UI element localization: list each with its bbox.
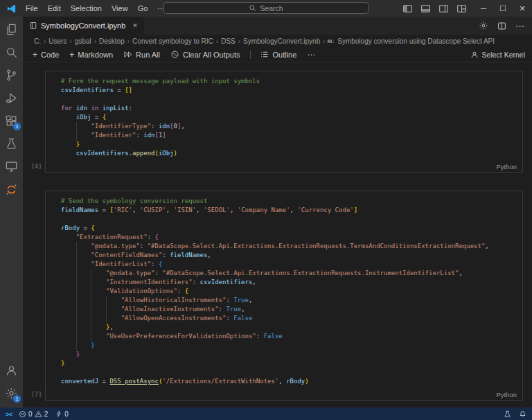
code-line[interactable]: "Identifier": idn[1] xyxy=(46,131,522,140)
remote-explorer-icon[interactable] xyxy=(0,155,23,178)
toggle-secondary-sidebar-icon[interactable] xyxy=(438,3,449,14)
code-line[interactable]: # Send the symbology conversion request xyxy=(46,197,522,206)
close-icon[interactable]: ✕ xyxy=(513,0,532,17)
code-line[interactable]: for idn in inpList: xyxy=(46,104,522,113)
code-line[interactable]: } xyxy=(46,341,522,350)
tab-symbologyconvert[interactable]: SymbologyConvert.ipynb ✕ xyxy=(23,17,144,35)
chevron-right-icon: › xyxy=(214,37,220,45)
bell-icon[interactable] xyxy=(519,410,526,418)
breadcrumb-section[interactable]: Symbology conversion using Datascope Sel… xyxy=(337,37,495,45)
code-line[interactable]: "UseUserPreferencesForValidationOptions"… xyxy=(46,332,522,341)
code-line[interactable] xyxy=(46,95,522,104)
code-line[interactable]: } xyxy=(46,350,522,359)
status-bar: >< 0 2 0 xyxy=(0,408,532,420)
notebook-layout-gear-icon[interactable] xyxy=(479,21,488,30)
problems-indicator[interactable]: 0 2 xyxy=(19,410,48,418)
code-line[interactable]: "ExtractionRequest": { xyxy=(46,233,522,242)
code-line[interactable]: "ContentFieldNames": fieldNames, xyxy=(46,251,522,260)
chevron-right-icon: › xyxy=(125,37,132,45)
menubar: FileEditSelectionViewGo xyxy=(21,0,152,17)
code-cell-editor[interactable]: # Form the request message payload with … xyxy=(45,71,523,173)
breadcrumb-item[interactable]: C: xyxy=(33,37,42,45)
code-line[interactable]: "AllowHistoricalInstruments": True, xyxy=(46,296,522,305)
source-control-icon[interactable] xyxy=(0,64,23,87)
remote-indicator[interactable]: >< xyxy=(6,410,12,418)
minimize-icon[interactable]: ─ xyxy=(474,0,493,17)
code-line[interactable]: "@odata.type": "#DataScope.Select.Api.Ex… xyxy=(46,269,522,278)
menu-item[interactable]: Go xyxy=(133,4,153,12)
breadcrumb-item[interactable]: SymbologyConvert.ipynb xyxy=(242,37,321,45)
outline-icon xyxy=(260,50,269,59)
tab-bar: SymbologyConvert.ipynb ✕ ⋯ xyxy=(23,17,532,35)
select-kernel-label: Select Kernel xyxy=(482,51,525,59)
code-line[interactable]: csvIdentifiers.append(iObj) xyxy=(46,149,522,158)
code-cell-editor[interactable]: # Send the symbology conversion requestf… xyxy=(45,191,523,401)
settings-gear-icon[interactable]: 1 xyxy=(0,382,23,405)
cell-language-picker[interactable]: Python xyxy=(496,391,517,399)
breadcrumb-item[interactable]: gsbal xyxy=(74,37,92,45)
breadcrumb-item[interactable]: Convert symbology to RIC xyxy=(132,37,214,45)
customize-layout-icon[interactable] xyxy=(456,3,467,14)
clear-outputs-icon xyxy=(170,50,179,59)
code-line[interactable]: "InstrumentIdentifiers": csvIdentifiers, xyxy=(46,278,522,287)
cell-language-picker[interactable]: Python xyxy=(496,163,517,170)
outline-button[interactable]: Outline xyxy=(260,50,296,59)
beaker-icon[interactable] xyxy=(504,410,511,418)
code-line[interactable]: }, xyxy=(46,323,522,332)
zap-icon xyxy=(55,410,62,417)
code-line[interactable] xyxy=(46,368,522,377)
tab-close-icon[interactable]: ✕ xyxy=(132,22,138,29)
chevron-right-icon: › xyxy=(92,37,98,45)
tab-label: SymbologyConvert.ipynb xyxy=(41,21,125,30)
menu-item[interactable]: File xyxy=(21,4,43,12)
jupyter-icon[interactable] xyxy=(0,178,23,201)
code-line[interactable]: # Form the request message payload with … xyxy=(46,77,522,86)
breadcrumb-item[interactable]: Desktop xyxy=(98,37,125,45)
testing-icon[interactable] xyxy=(0,132,23,155)
code-line[interactable]: iObj = { xyxy=(46,113,522,122)
code-line[interactable]: "IdentifierList": { xyxy=(46,260,522,269)
code-line[interactable]: "AllowOpenAccessInstruments": False xyxy=(46,314,522,323)
notebook-cells: [4]# Form the request message payload wi… xyxy=(23,62,532,408)
menu-item[interactable]: Selection xyxy=(66,4,107,12)
code-line[interactable]: convertedJ = DSS_postAsync('/Extractions… xyxy=(46,377,522,386)
run-all-button[interactable]: Run All xyxy=(123,50,160,59)
select-kernel-button[interactable]: Select Kernel xyxy=(470,51,525,59)
code-line[interactable]: "AllowInactiveInstruments": True, xyxy=(46,305,522,314)
clear-all-outputs-button[interactable]: Clear All Outputs xyxy=(170,50,240,59)
toggle-primary-sidebar-icon[interactable] xyxy=(402,3,413,14)
explorer-icon[interactable] xyxy=(0,18,23,41)
breadcrumb-item[interactable]: Users xyxy=(48,37,67,45)
execution-count: [4] xyxy=(31,163,42,170)
toolbar-more-icon[interactable]: ⋯ xyxy=(307,51,315,59)
warning-icon xyxy=(35,410,42,418)
code-line[interactable]: } xyxy=(46,359,522,368)
ports-indicator[interactable]: 0 xyxy=(55,410,69,418)
code-line[interactable]: } xyxy=(46,140,522,149)
ports-count: 0 xyxy=(64,410,69,418)
code-line[interactable]: csvIdentifiers = [] xyxy=(46,86,522,95)
code-line[interactable]: "@odata.type": "#DataScope.Select.Api.Ex… xyxy=(46,242,522,251)
search-sidebar-icon[interactable] xyxy=(0,41,23,64)
notebook-toolbar: + Code + Markdown Run All Clear All Outp… xyxy=(23,47,532,62)
toggle-panel-icon[interactable] xyxy=(420,3,431,14)
account-icon[interactable] xyxy=(0,359,23,382)
add-markdown-cell-button[interactable]: + Markdown xyxy=(69,51,113,59)
extensions-icon[interactable]: 1 xyxy=(0,110,23,132)
code-line[interactable] xyxy=(46,215,522,224)
code-line[interactable]: rBody = { xyxy=(46,224,522,233)
add-code-cell-button[interactable]: + Code xyxy=(33,51,59,59)
code-line[interactable]: fieldNames = ['RIC', 'CUSIP', 'ISIN', 'S… xyxy=(46,206,522,215)
code-line[interactable]: "IdentifierType": idn[0], xyxy=(46,122,522,131)
search-icon xyxy=(249,4,256,12)
command-center-search[interactable]: Search xyxy=(163,2,369,14)
search-placeholder: Search xyxy=(260,4,283,12)
menu-item[interactable]: View xyxy=(107,4,133,12)
split-editor-icon[interactable] xyxy=(497,21,506,30)
editor-more-actions-icon[interactable]: ⋯ xyxy=(515,21,524,30)
menu-item[interactable]: Edit xyxy=(43,4,66,12)
code-line[interactable]: "ValidationOptions": { xyxy=(46,287,522,296)
run-debug-icon[interactable] xyxy=(0,87,23,110)
maximize-icon[interactable]: ☐ xyxy=(493,0,513,17)
breadcrumb-item[interactable]: DSS xyxy=(220,37,236,45)
